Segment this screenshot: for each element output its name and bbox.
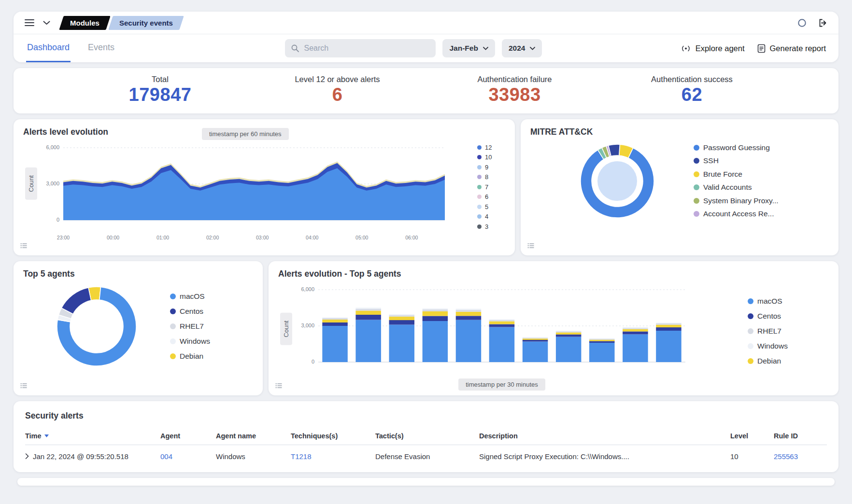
legend-dot-icon [170, 338, 176, 344]
legend-item[interactable]: 8 [477, 172, 505, 182]
chevron-down-icon [530, 47, 535, 50]
legend-item[interactable]: RHEL7 [170, 319, 210, 334]
legend-item[interactable]: Windows [748, 338, 829, 353]
menu-icon[interactable] [22, 16, 37, 29]
health-ring-icon[interactable] [795, 16, 809, 30]
legend-item[interactable]: 7 [477, 182, 505, 192]
charts-row-1: Alerts level evolution timestamp per 60 … [14, 119, 838, 255]
x-axis-tick: 05:00 [355, 235, 368, 240]
month-filter-dropdown[interactable]: Jan-Feb [442, 39, 495, 57]
column-header-description[interactable]: Description [479, 432, 730, 440]
search-icon [291, 44, 299, 53]
legend-item[interactable]: 4 [477, 212, 505, 222]
legend-item[interactable]: 10 [477, 153, 505, 163]
alerts-level-area-chart[interactable] [63, 142, 445, 232]
x-axis-label-pill: timestamp per 30 minutes [458, 378, 545, 391]
legend-label: System Binary Proxy... [703, 196, 779, 205]
bottom-panel-edge [17, 478, 835, 486]
rule-id-link[interactable]: 255563 [774, 452, 827, 461]
legend-item[interactable]: 3 [477, 222, 505, 232]
table-row[interactable]: Jan 22, 2024 @ 09:55:20.518 004 Windows … [25, 445, 827, 467]
tab-events[interactable]: Events [87, 34, 115, 62]
panel-title: Top 5 agents [23, 269, 253, 279]
legend-dot-icon [477, 165, 482, 169]
legend-label: 3 [485, 223, 488, 230]
y-axis-tick: 6,000 [46, 144, 59, 150]
column-header-tactics[interactable]: Tactic(s) [375, 432, 479, 440]
legend-item[interactable]: macOS [748, 294, 829, 308]
logout-icon[interactable] [816, 16, 830, 30]
panel-inspect-icon[interactable] [527, 242, 534, 251]
legend-dot-icon [477, 195, 482, 199]
legend-item[interactable]: Brute Force [694, 168, 779, 181]
bar-plot: timestamp per 30 minutes [318, 284, 685, 391]
legend-item[interactable]: Debian [170, 349, 210, 364]
legend-dot-icon [477, 185, 482, 189]
breadcrumb: Modules Security events [61, 16, 182, 30]
panel-inspect-icon[interactable] [20, 382, 27, 391]
explore-agent-button[interactable]: Explore agent [681, 44, 745, 53]
legend-item[interactable]: 9 [477, 162, 505, 172]
column-header-techniques[interactable]: Techniques(s) [291, 432, 375, 440]
time-cell: Jan 22, 2024 @ 09:55:20.518 [25, 452, 160, 461]
legend-item[interactable]: System Binary Proxy... [694, 194, 779, 208]
alerts-evolution-bar-chart[interactable] [318, 284, 685, 374]
legend-item[interactable]: Valid Accounts [694, 181, 779, 195]
y-axis-label-pill: Count [25, 168, 37, 200]
column-header-time[interactable]: Time [25, 432, 160, 440]
legend-dot-icon [170, 323, 176, 329]
breadcrumb-modules-label: Modules [70, 19, 99, 27]
legend-item[interactable]: Centos [748, 308, 829, 323]
legend-item[interactable]: Debian [748, 353, 829, 368]
legend-item[interactable]: Account Access Re... [694, 208, 779, 221]
legend-item[interactable]: RHEL7 [748, 323, 829, 338]
legend-item[interactable]: 6 [477, 192, 505, 202]
column-header-agent-name[interactable]: Agent name [216, 432, 291, 440]
chevron-down-icon[interactable] [41, 18, 53, 28]
search-input[interactable] [304, 44, 430, 53]
legend-item[interactable]: Centos [170, 304, 210, 319]
legend-label: Windows [757, 342, 788, 350]
stat-level12-alerts: Level 12 or above alerts 6 [249, 75, 426, 105]
legend-dot-icon [477, 155, 482, 159]
column-header-rule-id[interactable]: Rule ID [774, 432, 827, 440]
year-filter-dropdown[interactable]: 2024 [502, 39, 542, 57]
legend-label: 10 [485, 154, 492, 161]
legend-dot-icon [694, 211, 699, 217]
legend-item[interactable]: Password Guessing [694, 141, 779, 154]
month-filter-value: Jan-Feb [449, 44, 478, 53]
x-axis-ticks: 23:0000:0001:0002:0003:0004:0005:0006:00 [63, 234, 445, 241]
explore-agent-label: Explore agent [696, 44, 745, 53]
column-header-label: Time [25, 432, 42, 440]
legend-dot-icon [748, 343, 753, 349]
stat-value: 33983 [426, 84, 603, 105]
mitre-donut-chart[interactable] [579, 142, 656, 220]
legend-item[interactable]: 12 [477, 142, 505, 153]
breadcrumb-security-events[interactable]: Security events [108, 16, 184, 30]
panel-inspect-icon[interactable] [20, 242, 27, 251]
legend-item[interactable]: macOS [170, 289, 210, 304]
chevron-down-icon [483, 47, 488, 50]
legend-item[interactable]: 5 [477, 202, 505, 212]
technique-link[interactable]: T1218 [291, 452, 375, 461]
row-expand-icon[interactable] [25, 453, 29, 459]
breadcrumb-modules[interactable]: Modules [59, 16, 110, 30]
legend-label: Brute Force [703, 170, 742, 179]
search-box[interactable] [285, 39, 436, 57]
legend-label: RHEL7 [180, 322, 204, 331]
column-header-agent[interactable]: Agent [160, 432, 216, 440]
column-header-level[interactable]: Level [730, 432, 774, 440]
panel-inspect-icon[interactable] [275, 382, 282, 391]
generate-report-button[interactable]: Generate report [757, 44, 826, 53]
panel-alerts-level-evolution: Alerts level evolution timestamp per 60 … [14, 119, 515, 255]
generate-report-label: Generate report [770, 44, 826, 53]
legend-dot-icon [477, 145, 482, 150]
legend-label: 12 [485, 144, 492, 151]
x-axis-tick: 01:00 [156, 235, 169, 240]
legend-item[interactable]: Windows [170, 334, 210, 349]
agent-link[interactable]: 004 [160, 452, 216, 461]
tab-dashboard[interactable]: Dashboard [26, 34, 71, 62]
top5-agents-donut-chart[interactable] [55, 285, 138, 368]
legend-dot-icon [748, 328, 753, 334]
legend-item[interactable]: SSH [694, 154, 779, 168]
